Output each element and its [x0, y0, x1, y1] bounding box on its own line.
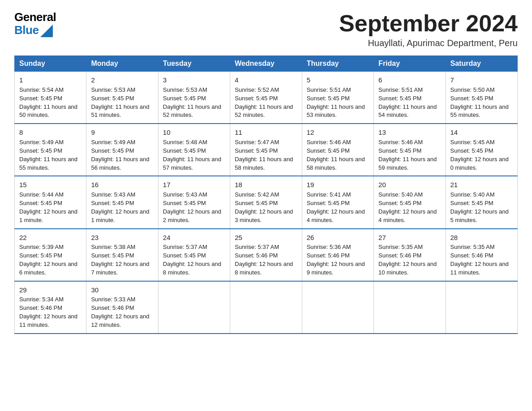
sunrise-text: Sunrise: 5:36 AM — [307, 244, 351, 250]
sunrise-text: Sunrise: 5:46 AM — [378, 139, 423, 146]
calendar-cell: 5Sunrise: 5:51 AMSunset: 5:45 PMDaylight… — [302, 72, 373, 124]
logo-icon — [40, 25, 53, 37]
page-header: General Blue September 2024 Huayllati, A… — [14, 11, 518, 48]
daylight-text: Daylight: 11 hours and 58 minutes. — [307, 156, 365, 171]
calendar-cell: 14Sunrise: 5:45 AMSunset: 5:45 PMDayligh… — [446, 124, 517, 176]
sunrise-text: Sunrise: 5:40 AM — [450, 191, 495, 198]
sunset-text: Sunset: 5:45 PM — [307, 147, 350, 154]
day-number: 21 — [450, 180, 513, 190]
day-number: 22 — [19, 233, 82, 243]
sunset-text: Sunset: 5:45 PM — [91, 200, 134, 206]
sunrise-text: Sunrise: 5:35 AM — [450, 244, 495, 250]
calendar-cell: 24Sunrise: 5:37 AMSunset: 5:45 PMDayligh… — [158, 229, 230, 281]
calendar-cell: 23Sunrise: 5:38 AMSunset: 5:45 PMDayligh… — [86, 229, 158, 281]
daylight-text: Daylight: 12 hours and 8 minutes. — [163, 261, 221, 276]
day-number: 15 — [19, 180, 82, 190]
daylight-text: Daylight: 12 hours and 11 minutes. — [19, 313, 77, 328]
day-number: 10 — [163, 128, 225, 137]
daylight-text: Daylight: 12 hours and 11 minutes. — [450, 261, 509, 276]
sunset-text: Sunset: 5:45 PM — [450, 200, 493, 206]
sunrise-text: Sunrise: 5:33 AM — [91, 296, 135, 303]
day-number: 14 — [450, 128, 513, 137]
sunset-text: Sunset: 5:45 PM — [19, 200, 62, 206]
calendar-cell: 15Sunrise: 5:44 AMSunset: 5:45 PMDayligh… — [15, 176, 86, 228]
sunrise-text: Sunrise: 5:49 AM — [19, 139, 64, 146]
sunset-text: Sunset: 5:45 PM — [19, 252, 62, 259]
daylight-text: Daylight: 11 hours and 59 minutes. — [378, 156, 437, 171]
calendar-week-row: 15Sunrise: 5:44 AMSunset: 5:45 PMDayligh… — [15, 176, 518, 228]
daylight-text: Daylight: 11 hours and 52 minutes. — [163, 103, 221, 119]
column-header-tuesday: Tuesday — [158, 56, 230, 72]
calendar-cell: 26Sunrise: 5:36 AMSunset: 5:46 PMDayligh… — [302, 229, 373, 281]
calendar-cell: 22Sunrise: 5:39 AMSunset: 5:45 PMDayligh… — [15, 229, 86, 281]
day-number: 18 — [235, 180, 297, 190]
calendar-cell: 20Sunrise: 5:40 AMSunset: 5:45 PMDayligh… — [374, 176, 446, 228]
calendar-table: SundayMondayTuesdayWednesdayThursdayFrid… — [14, 56, 518, 334]
calendar-cell: 28Sunrise: 5:35 AMSunset: 5:46 PMDayligh… — [446, 229, 517, 281]
sunset-text: Sunset: 5:46 PM — [91, 304, 134, 311]
sunrise-text: Sunrise: 5:53 AM — [91, 86, 135, 93]
calendar-cell — [230, 281, 302, 334]
sunset-text: Sunset: 5:45 PM — [235, 147, 278, 154]
calendar-cell: 3Sunrise: 5:53 AMSunset: 5:45 PMDaylight… — [158, 72, 230, 124]
day-number: 17 — [163, 180, 225, 190]
daylight-text: Daylight: 12 hours and 9 minutes. — [307, 261, 365, 276]
day-number: 24 — [163, 233, 225, 243]
daylight-text: Daylight: 12 hours and 3 minutes. — [235, 208, 293, 223]
daylight-text: Daylight: 11 hours and 54 minutes. — [378, 103, 437, 119]
day-number: 19 — [307, 180, 369, 190]
sunrise-text: Sunrise: 5:45 AM — [450, 139, 495, 146]
calendar-cell: 8Sunrise: 5:49 AMSunset: 5:45 PMDaylight… — [15, 124, 86, 176]
daylight-text: Daylight: 11 hours and 57 minutes. — [163, 156, 221, 171]
daylight-text: Daylight: 12 hours and 12 minutes. — [91, 313, 149, 328]
sunset-text: Sunset: 5:45 PM — [163, 252, 206, 259]
calendar-cell: 27Sunrise: 5:35 AMSunset: 5:46 PMDayligh… — [374, 229, 446, 281]
sunset-text: Sunset: 5:45 PM — [378, 95, 421, 102]
calendar-cell: 12Sunrise: 5:46 AMSunset: 5:45 PMDayligh… — [302, 124, 373, 176]
sunrise-text: Sunrise: 5:47 AM — [235, 139, 279, 146]
sunset-text: Sunset: 5:45 PM — [19, 95, 62, 102]
day-number: 3 — [163, 75, 225, 85]
calendar-cell: 17Sunrise: 5:43 AMSunset: 5:45 PMDayligh… — [158, 176, 230, 228]
daylight-text: Daylight: 11 hours and 58 minutes. — [235, 156, 293, 171]
calendar-cell: 2Sunrise: 5:53 AMSunset: 5:45 PMDaylight… — [86, 72, 158, 124]
daylight-text: Daylight: 12 hours and 2 minutes. — [163, 208, 221, 223]
day-number: 29 — [19, 285, 82, 295]
calendar-cell: 30Sunrise: 5:33 AMSunset: 5:46 PMDayligh… — [86, 281, 158, 334]
calendar-cell: 21Sunrise: 5:40 AMSunset: 5:45 PMDayligh… — [446, 176, 517, 228]
calendar-week-row: 8Sunrise: 5:49 AMSunset: 5:45 PMDaylight… — [15, 124, 518, 176]
day-number: 27 — [378, 233, 441, 243]
calendar-cell: 6Sunrise: 5:51 AMSunset: 5:45 PMDaylight… — [374, 72, 446, 124]
day-number: 8 — [19, 128, 82, 137]
sunrise-text: Sunrise: 5:44 AM — [19, 191, 64, 198]
sunset-text: Sunset: 5:45 PM — [307, 95, 350, 102]
daylight-text: Daylight: 11 hours and 51 minutes. — [91, 103, 149, 119]
daylight-text: Daylight: 11 hours and 55 minutes. — [450, 103, 509, 119]
day-number: 12 — [307, 128, 369, 137]
subtitle: Huayllati, Apurimac Department, Peru — [339, 38, 518, 48]
sunset-text: Sunset: 5:45 PM — [378, 147, 421, 154]
logo: General Blue — [14, 11, 56, 37]
sunset-text: Sunset: 5:45 PM — [19, 147, 62, 154]
calendar-cell: 4Sunrise: 5:52 AMSunset: 5:45 PMDaylight… — [230, 72, 302, 124]
sunset-text: Sunset: 5:45 PM — [235, 95, 278, 102]
day-number: 16 — [91, 180, 153, 190]
day-number: 23 — [91, 233, 153, 243]
calendar-cell — [302, 281, 373, 334]
calendar-cell: 18Sunrise: 5:42 AMSunset: 5:45 PMDayligh… — [230, 176, 302, 228]
sunrise-text: Sunrise: 5:53 AM — [163, 86, 207, 93]
daylight-text: Daylight: 11 hours and 52 minutes. — [235, 103, 293, 119]
column-header-thursday: Thursday — [302, 56, 373, 72]
day-number: 11 — [235, 128, 297, 137]
column-header-friday: Friday — [374, 56, 446, 72]
title-block: September 2024 Huayllati, Apurimac Depar… — [339, 11, 518, 48]
logo-general-text: General — [14, 11, 56, 24]
day-number: 6 — [378, 75, 441, 85]
sunrise-text: Sunrise: 5:49 AM — [91, 139, 135, 146]
day-number: 20 — [378, 180, 441, 190]
daylight-text: Daylight: 12 hours and 0 minutes. — [450, 156, 509, 171]
calendar-week-row: 1Sunrise: 5:54 AMSunset: 5:45 PMDaylight… — [15, 72, 518, 124]
day-number: 7 — [450, 75, 513, 85]
calendar-cell: 9Sunrise: 5:49 AMSunset: 5:45 PMDaylight… — [86, 124, 158, 176]
column-header-monday: Monday — [86, 56, 158, 72]
